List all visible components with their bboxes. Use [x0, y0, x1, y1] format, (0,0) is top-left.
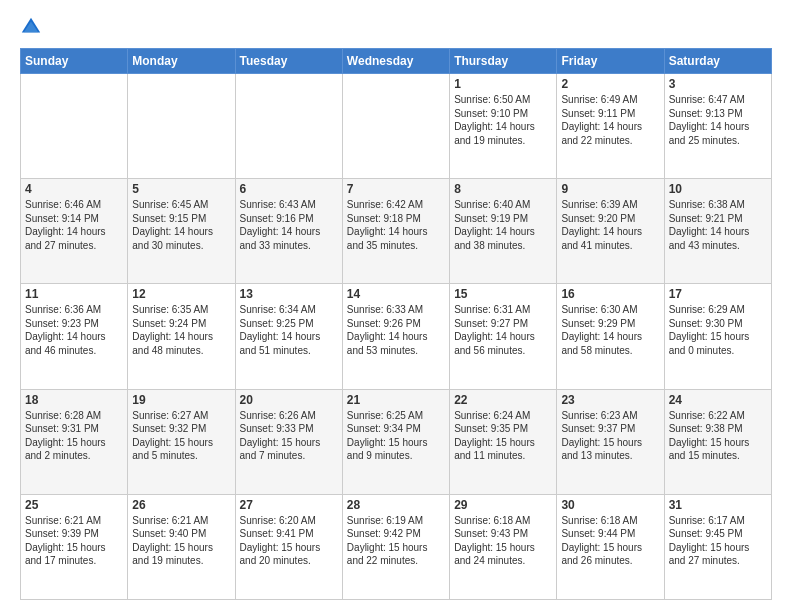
day-number: 21 — [347, 393, 445, 407]
day-number: 17 — [669, 287, 767, 301]
calendar-cell: 1Sunrise: 6:50 AM Sunset: 9:10 PM Daylig… — [450, 74, 557, 179]
calendar-cell: 22Sunrise: 6:24 AM Sunset: 9:35 PM Dayli… — [450, 389, 557, 494]
day-info: Sunrise: 6:19 AM Sunset: 9:42 PM Dayligh… — [347, 514, 445, 568]
calendar-cell — [128, 74, 235, 179]
day-number: 25 — [25, 498, 123, 512]
day-number: 28 — [347, 498, 445, 512]
calendar-cell: 5Sunrise: 6:45 AM Sunset: 9:15 PM Daylig… — [128, 179, 235, 284]
calendar-cell: 9Sunrise: 6:39 AM Sunset: 9:20 PM Daylig… — [557, 179, 664, 284]
day-info: Sunrise: 6:28 AM Sunset: 9:31 PM Dayligh… — [25, 409, 123, 463]
calendar-week-2: 11Sunrise: 6:36 AM Sunset: 9:23 PM Dayli… — [21, 284, 772, 389]
logo — [20, 16, 46, 38]
day-number: 31 — [669, 498, 767, 512]
calendar-cell: 17Sunrise: 6:29 AM Sunset: 9:30 PM Dayli… — [664, 284, 771, 389]
day-info: Sunrise: 6:42 AM Sunset: 9:18 PM Dayligh… — [347, 198, 445, 252]
day-number: 30 — [561, 498, 659, 512]
day-info: Sunrise: 6:18 AM Sunset: 9:43 PM Dayligh… — [454, 514, 552, 568]
calendar: SundayMondayTuesdayWednesdayThursdayFrid… — [20, 48, 772, 600]
calendar-cell: 31Sunrise: 6:17 AM Sunset: 9:45 PM Dayli… — [664, 494, 771, 599]
day-number: 26 — [132, 498, 230, 512]
logo-icon — [20, 16, 42, 38]
day-number: 16 — [561, 287, 659, 301]
day-info: Sunrise: 6:23 AM Sunset: 9:37 PM Dayligh… — [561, 409, 659, 463]
calendar-cell: 8Sunrise: 6:40 AM Sunset: 9:19 PM Daylig… — [450, 179, 557, 284]
day-info: Sunrise: 6:24 AM Sunset: 9:35 PM Dayligh… — [454, 409, 552, 463]
calendar-cell: 4Sunrise: 6:46 AM Sunset: 9:14 PM Daylig… — [21, 179, 128, 284]
day-number: 10 — [669, 182, 767, 196]
calendar-cell: 3Sunrise: 6:47 AM Sunset: 9:13 PM Daylig… — [664, 74, 771, 179]
day-info: Sunrise: 6:22 AM Sunset: 9:38 PM Dayligh… — [669, 409, 767, 463]
day-info: Sunrise: 6:40 AM Sunset: 9:19 PM Dayligh… — [454, 198, 552, 252]
day-info: Sunrise: 6:31 AM Sunset: 9:27 PM Dayligh… — [454, 303, 552, 357]
calendar-cell: 30Sunrise: 6:18 AM Sunset: 9:44 PM Dayli… — [557, 494, 664, 599]
day-number: 22 — [454, 393, 552, 407]
day-number: 7 — [347, 182, 445, 196]
day-info: Sunrise: 6:49 AM Sunset: 9:11 PM Dayligh… — [561, 93, 659, 147]
day-info: Sunrise: 6:39 AM Sunset: 9:20 PM Dayligh… — [561, 198, 659, 252]
day-number: 2 — [561, 77, 659, 91]
calendar-cell: 25Sunrise: 6:21 AM Sunset: 9:39 PM Dayli… — [21, 494, 128, 599]
calendar-cell: 21Sunrise: 6:25 AM Sunset: 9:34 PM Dayli… — [342, 389, 449, 494]
day-info: Sunrise: 6:25 AM Sunset: 9:34 PM Dayligh… — [347, 409, 445, 463]
day-header-wednesday: Wednesday — [342, 49, 449, 74]
calendar-cell: 26Sunrise: 6:21 AM Sunset: 9:40 PM Dayli… — [128, 494, 235, 599]
calendar-cell: 14Sunrise: 6:33 AM Sunset: 9:26 PM Dayli… — [342, 284, 449, 389]
day-number: 29 — [454, 498, 552, 512]
day-info: Sunrise: 6:26 AM Sunset: 9:33 PM Dayligh… — [240, 409, 338, 463]
day-number: 12 — [132, 287, 230, 301]
calendar-cell: 28Sunrise: 6:19 AM Sunset: 9:42 PM Dayli… — [342, 494, 449, 599]
day-info: Sunrise: 6:21 AM Sunset: 9:39 PM Dayligh… — [25, 514, 123, 568]
day-number: 8 — [454, 182, 552, 196]
day-number: 4 — [25, 182, 123, 196]
calendar-cell: 29Sunrise: 6:18 AM Sunset: 9:43 PM Dayli… — [450, 494, 557, 599]
day-number: 9 — [561, 182, 659, 196]
day-number: 18 — [25, 393, 123, 407]
day-number: 11 — [25, 287, 123, 301]
calendar-week-4: 25Sunrise: 6:21 AM Sunset: 9:39 PM Dayli… — [21, 494, 772, 599]
day-header-thursday: Thursday — [450, 49, 557, 74]
calendar-cell: 6Sunrise: 6:43 AM Sunset: 9:16 PM Daylig… — [235, 179, 342, 284]
day-info: Sunrise: 6:33 AM Sunset: 9:26 PM Dayligh… — [347, 303, 445, 357]
day-header-monday: Monday — [128, 49, 235, 74]
day-info: Sunrise: 6:35 AM Sunset: 9:24 PM Dayligh… — [132, 303, 230, 357]
day-info: Sunrise: 6:46 AM Sunset: 9:14 PM Dayligh… — [25, 198, 123, 252]
calendar-cell: 10Sunrise: 6:38 AM Sunset: 9:21 PM Dayli… — [664, 179, 771, 284]
header — [20, 16, 772, 38]
day-info: Sunrise: 6:17 AM Sunset: 9:45 PM Dayligh… — [669, 514, 767, 568]
calendar-cell: 15Sunrise: 6:31 AM Sunset: 9:27 PM Dayli… — [450, 284, 557, 389]
day-header-tuesday: Tuesday — [235, 49, 342, 74]
day-header-sunday: Sunday — [21, 49, 128, 74]
calendar-cell: 2Sunrise: 6:49 AM Sunset: 9:11 PM Daylig… — [557, 74, 664, 179]
day-info: Sunrise: 6:21 AM Sunset: 9:40 PM Dayligh… — [132, 514, 230, 568]
calendar-cell: 20Sunrise: 6:26 AM Sunset: 9:33 PM Dayli… — [235, 389, 342, 494]
day-number: 27 — [240, 498, 338, 512]
day-number: 13 — [240, 287, 338, 301]
day-number: 5 — [132, 182, 230, 196]
day-info: Sunrise: 6:34 AM Sunset: 9:25 PM Dayligh… — [240, 303, 338, 357]
calendar-cell: 18Sunrise: 6:28 AM Sunset: 9:31 PM Dayli… — [21, 389, 128, 494]
day-info: Sunrise: 6:36 AM Sunset: 9:23 PM Dayligh… — [25, 303, 123, 357]
calendar-cell: 12Sunrise: 6:35 AM Sunset: 9:24 PM Dayli… — [128, 284, 235, 389]
calendar-cell: 7Sunrise: 6:42 AM Sunset: 9:18 PM Daylig… — [342, 179, 449, 284]
day-number: 14 — [347, 287, 445, 301]
day-number: 1 — [454, 77, 552, 91]
day-info: Sunrise: 6:29 AM Sunset: 9:30 PM Dayligh… — [669, 303, 767, 357]
calendar-cell: 23Sunrise: 6:23 AM Sunset: 9:37 PM Dayli… — [557, 389, 664, 494]
calendar-cell: 27Sunrise: 6:20 AM Sunset: 9:41 PM Dayli… — [235, 494, 342, 599]
day-info: Sunrise: 6:30 AM Sunset: 9:29 PM Dayligh… — [561, 303, 659, 357]
calendar-cell: 19Sunrise: 6:27 AM Sunset: 9:32 PM Dayli… — [128, 389, 235, 494]
calendar-cell: 24Sunrise: 6:22 AM Sunset: 9:38 PM Dayli… — [664, 389, 771, 494]
calendar-cell: 13Sunrise: 6:34 AM Sunset: 9:25 PM Dayli… — [235, 284, 342, 389]
calendar-cell — [235, 74, 342, 179]
day-number: 24 — [669, 393, 767, 407]
calendar-cell — [342, 74, 449, 179]
day-number: 6 — [240, 182, 338, 196]
day-info: Sunrise: 6:45 AM Sunset: 9:15 PM Dayligh… — [132, 198, 230, 252]
day-info: Sunrise: 6:43 AM Sunset: 9:16 PM Dayligh… — [240, 198, 338, 252]
day-info: Sunrise: 6:18 AM Sunset: 9:44 PM Dayligh… — [561, 514, 659, 568]
day-number: 19 — [132, 393, 230, 407]
page: SundayMondayTuesdayWednesdayThursdayFrid… — [0, 0, 792, 612]
calendar-cell — [21, 74, 128, 179]
day-info: Sunrise: 6:20 AM Sunset: 9:41 PM Dayligh… — [240, 514, 338, 568]
calendar-cell: 16Sunrise: 6:30 AM Sunset: 9:29 PM Dayli… — [557, 284, 664, 389]
